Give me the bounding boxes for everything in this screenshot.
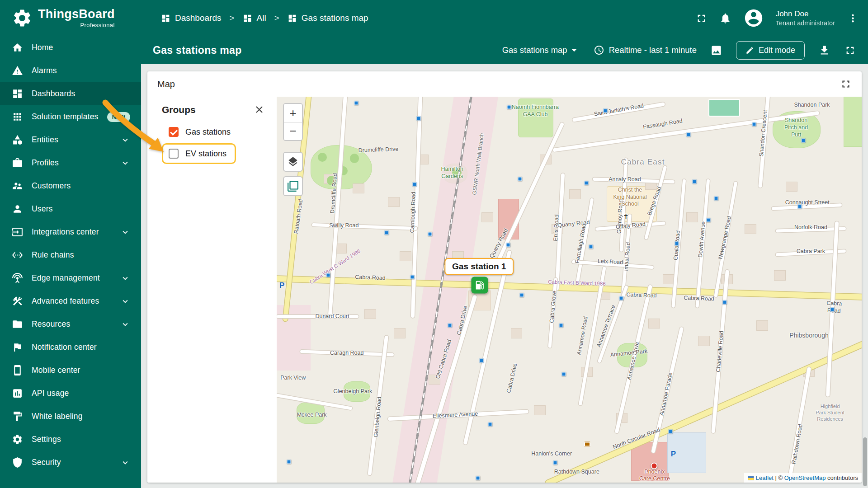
map-building [756, 320, 768, 330]
map-road [772, 203, 842, 210]
sidebar-item-solution-templates[interactable]: Solution templatesNEW [0, 105, 141, 128]
map-label: Cabra West C Ward 1986 [309, 248, 362, 285]
timewindow-label: Realtime - last 1 minute [609, 45, 697, 55]
map-road [595, 221, 665, 231]
user-menu[interactable]: John Doe Tenant administrator [776, 9, 835, 27]
sidebar-item-customers[interactable]: Customers [0, 174, 141, 197]
group-label: Gas stations [185, 127, 231, 137]
widget-body: Groups Gas stationsEV stations Drumcliff… [147, 97, 862, 483]
notifications-bell-button[interactable] [719, 12, 731, 24]
sidebar-item-security[interactable]: Security [0, 451, 141, 474]
map-attribution: Leaflet | © OpenStreetMap contributors [744, 473, 862, 483]
sidebar-item-profiles[interactable]: Profiles [0, 151, 141, 174]
timewindow-button[interactable]: Realtime - last 1 minute [594, 45, 697, 56]
sidebar-item-home[interactable]: Home [0, 36, 141, 59]
map-label: Christ the King National School [613, 187, 646, 208]
thingsboard-logo[interactable]: ThingsBoard Professional [0, 8, 141, 28]
more-vert-button[interactable] [847, 12, 859, 24]
map-marker-blue [428, 232, 432, 236]
sidebar-item-notification-center[interactable]: Notification center [0, 336, 141, 359]
page-scrollbar-thumb[interactable] [863, 437, 867, 486]
map-building [686, 212, 698, 222]
construction-icon [12, 296, 23, 307]
toolbar-fullscreen-button[interactable] [844, 44, 856, 56]
user-role: Tenant administrator [776, 19, 835, 27]
thingsboard-logo-icon [12, 8, 33, 28]
sidebar-item-users[interactable]: Users [0, 197, 141, 221]
gas-station-marker[interactable] [472, 277, 488, 293]
dashboard-toolbar: Gas stations map Gas stations map Realti… [141, 36, 868, 64]
map-building [803, 367, 815, 377]
map-marker-blue [723, 300, 727, 305]
sidebar-item-white-labeling[interactable]: White labeling [0, 405, 141, 428]
edit-mode-button[interactable]: Edit mode [736, 41, 805, 60]
sidebar-item-resources[interactable]: Resources [0, 313, 141, 336]
checkbox-gas-stations[interactable] [169, 127, 179, 137]
sidebar-item-settings[interactable]: Settings [0, 428, 141, 451]
sidebar-item-alarms[interactable]: Alarms [0, 59, 141, 82]
checkbox-ev-stations[interactable] [169, 149, 179, 159]
app-header: ThingsBoard Professional Dashboards>All>… [0, 0, 868, 36]
download-button[interactable] [818, 44, 830, 56]
zoom-in-button[interactable]: + [284, 104, 302, 122]
map-label: Cabra Park [797, 248, 825, 255]
breadcrumb-item-gas-stations-map[interactable]: Gas stations map [288, 13, 368, 23]
sidebar-item-rule-chains[interactable]: Rule chains [0, 244, 141, 267]
sidebar-item-label: Notification center [32, 343, 97, 352]
map-zone-park [344, 381, 371, 401]
map-road [619, 158, 627, 252]
sidebar-item-edge-management[interactable]: Edge management [0, 267, 141, 290]
sidebar-item-integrations-center[interactable]: Integrations center [0, 221, 141, 244]
map-road [651, 327, 684, 453]
map-road [776, 227, 846, 232]
map-label: Old Cabra Road [434, 338, 453, 380]
group-row-ev-stations[interactable]: EV stations [162, 143, 236, 164]
sidebar-item-advanced-features[interactable]: Advanced features [0, 290, 141, 313]
map-road [644, 166, 667, 240]
map-road [492, 122, 564, 272]
sidebar-item-mobile-center[interactable]: Mobile center [0, 359, 141, 382]
map-road [621, 214, 632, 296]
parking-icon: P [671, 450, 676, 459]
header-fullscreen-button[interactable] [695, 12, 708, 24]
map-layer-style-button[interactable] [283, 176, 303, 196]
dashboard-state-selector[interactable]: Gas stations map [502, 44, 580, 56]
map-label: Charleville Road [715, 330, 726, 372]
chevron-down-icon [120, 273, 130, 283]
map-marker-blue [686, 132, 690, 136]
sidebar-item-label: Solution templates [32, 112, 99, 122]
home-icon [12, 42, 23, 53]
new-badge: NEW [107, 112, 130, 122]
breadcrumb-label: Dashboards [175, 13, 221, 23]
leaflet-link[interactable]: Leaflet [756, 474, 774, 481]
groups-panel: Groups Gas stationsEV stations [147, 97, 277, 483]
map-layers-button[interactable] [283, 152, 303, 172]
sidebar-item-entities[interactable]: Entities [0, 128, 141, 151]
map-building [645, 180, 657, 190]
page-title: Gas stations map [153, 44, 242, 56]
sidebar-item-dashboards[interactable]: Dashboards [0, 82, 141, 105]
map-label: Shandon Crescent [758, 110, 769, 157]
antenna-icon [12, 272, 23, 284]
zoom-out-button[interactable]: − [284, 122, 302, 140]
widget-fullscreen-icon[interactable] [840, 78, 852, 90]
map-roads-layer [277, 97, 862, 483]
ethernet-icon [12, 249, 23, 261]
group-row-gas-stations[interactable]: Gas stations [169, 127, 265, 137]
breadcrumb-item-all[interactable]: All [243, 13, 266, 23]
map-widget: Map Groups Gas stationsEV stations Drumc… [147, 71, 862, 483]
image-export-button[interactable] [710, 44, 722, 56]
map[interactable]: Drumcliffe RoadDrumcliffe DriveCarnlough… [277, 97, 862, 483]
map-building [481, 212, 493, 222]
sidebar-item-api-usage[interactable]: API usage [0, 382, 141, 405]
attribution-suffix: contributors [826, 474, 858, 481]
settings-icon [12, 434, 23, 445]
osm-link[interactable]: OpenStreetMap [784, 474, 826, 481]
gas-station-tooltip[interactable]: Gas station 1 [444, 258, 514, 275]
map-marker-blue [604, 108, 608, 113]
avatar[interactable] [743, 8, 764, 28]
map-building [400, 251, 411, 261]
map-road [826, 221, 839, 397]
breadcrumb-item-dashboards[interactable]: Dashboards [161, 13, 221, 23]
groups-close-icon[interactable] [254, 104, 265, 115]
